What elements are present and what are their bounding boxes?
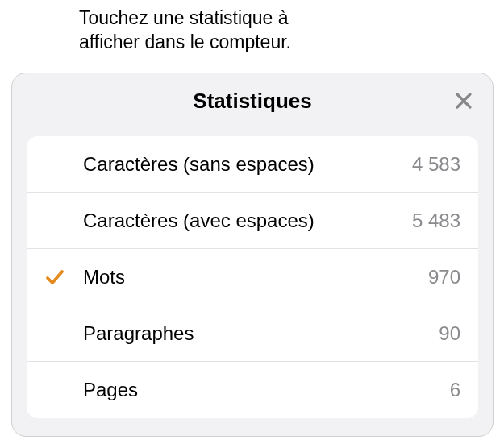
stat-value: 6 (450, 379, 460, 401)
stat-label: Mots (83, 266, 428, 288)
stat-value: 90 (439, 322, 460, 345)
stat-value: 4 583 (412, 153, 460, 176)
callout-text: Touchez une statistique à afficher dans … (79, 6, 291, 55)
callout-line-1: Touchez une statistique à (79, 7, 289, 28)
stat-row-paragraphs[interactable]: Paragraphes 90 (27, 305, 478, 362)
stat-row-pages[interactable]: Pages 6 (27, 362, 478, 418)
stat-label: Paragraphes (83, 322, 439, 345)
stat-row-chars-with-spaces[interactable]: Caractères (avec espaces) 5 483 (27, 193, 478, 249)
panel-header: Statistiques (12, 73, 493, 128)
statistics-list: Caractères (sans espaces) 4 583 Caractèr… (27, 136, 478, 418)
stat-row-chars-no-spaces[interactable]: Caractères (sans espaces) 4 583 (27, 136, 478, 193)
close-button[interactable] (452, 89, 475, 112)
stat-label: Caractères (avec espaces) (83, 210, 412, 232)
callout-line-2: afficher dans le compteur. (79, 31, 291, 52)
stat-value: 5 483 (412, 210, 460, 232)
check-col (27, 267, 83, 288)
stat-row-words[interactable]: Mots 970 (27, 249, 478, 305)
stat-label: Pages (83, 379, 450, 401)
panel-title: Statistiques (193, 89, 311, 114)
stat-label: Caractères (sans espaces) (83, 153, 412, 176)
close-icon (455, 92, 473, 110)
checkmark-icon (44, 267, 65, 288)
statistics-panel: Statistiques Caractères (sans espaces) 4… (11, 73, 494, 437)
stat-value: 970 (428, 266, 460, 288)
